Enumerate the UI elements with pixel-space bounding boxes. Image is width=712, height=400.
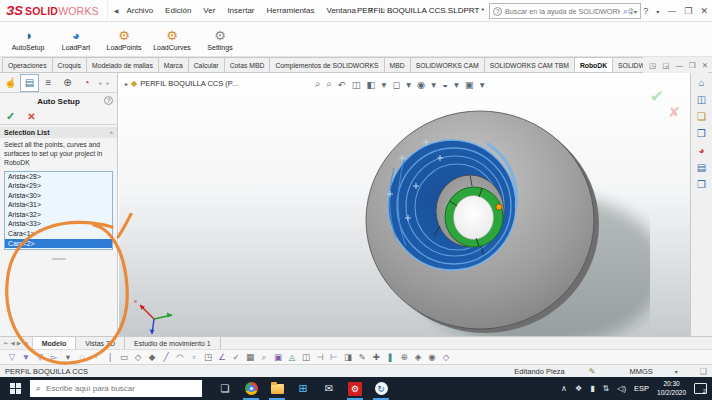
dropdown-icon[interactable]: ▾ — [382, 79, 387, 90]
cancel-button[interactable]: ✕ — [27, 111, 35, 122]
sketch-tool-icon[interactable]: ◇ — [131, 350, 145, 364]
panel-resize-handle[interactable] — [52, 258, 66, 260]
clock[interactable]: 20:30 10/2/2020 — [657, 380, 686, 397]
reference-point-marker[interactable] — [496, 204, 502, 210]
sketch-tool-icon[interactable]: ◆ — [145, 350, 159, 364]
file-explorer-icon[interactable]: ❏ — [697, 111, 706, 123]
file-explorer-button[interactable] — [264, 377, 290, 400]
dimxpert-tab-icon[interactable]: ⊕ — [58, 74, 77, 92]
view-palette-icon[interactable]: ❒ — [697, 128, 706, 140]
view-orientation-icon[interactable]: ◧ — [367, 79, 376, 90]
sketch-tool-icon[interactable]: ◈ — [411, 350, 425, 364]
display-style-icon[interactable]: ◻ — [392, 79, 400, 90]
featuremanager-tab-icon[interactable]: ☝ — [1, 74, 20, 92]
loadpart-button[interactable]: ◕ LoadPart — [52, 24, 100, 55]
sketch-tool-icon[interactable]: ◫ — [299, 350, 313, 364]
units-indicator[interactable]: MMGS — [629, 367, 652, 376]
sketch-tool-icon[interactable]: ⊣ — [313, 350, 327, 364]
tab-scroll-icon[interactable]: ⇥ — [23, 340, 28, 346]
home-icon[interactable]: ⌂ — [698, 77, 704, 89]
commandmanager-tab[interactable]: MBD — [384, 57, 411, 72]
selection-list-item[interactable]: Arista<30> — [5, 191, 112, 201]
sketch-tool-icon[interactable]: ◨ — [341, 350, 355, 364]
help-search-input[interactable] — [505, 7, 620, 16]
sketch-tool-icon[interactable]: ╱ — [159, 350, 173, 364]
custom-properties-icon[interactable]: ▤ — [697, 162, 706, 174]
split-vertical-icon[interactable]: ◲ — [662, 61, 669, 70]
sketch-tool-icon[interactable]: ✓ — [229, 350, 243, 364]
sketch-tool-icon[interactable]: ◉ — [425, 350, 439, 364]
autosetup-button[interactable]: ◑ AutoSetup — [4, 24, 52, 55]
commandmanager-tab[interactable]: RoboDK — [574, 57, 613, 72]
tab-scroll-icon[interactable]: ▶ — [17, 340, 21, 346]
scroll-right-icon[interactable]: ▸ — [104, 74, 112, 92]
dropdown-icon[interactable]: ▾ — [480, 79, 485, 90]
section-view-icon[interactable]: ◫ — [352, 79, 361, 90]
sketch-tool-icon[interactable]: ❚ — [383, 350, 397, 364]
sketch-tool-icon[interactable]: | — [103, 350, 117, 364]
settings-button[interactable]: ⚙ Settings — [196, 24, 244, 55]
part-3d-model[interactable] — [330, 98, 650, 336]
start-button[interactable] — [0, 377, 30, 400]
sketch-tool-icon[interactable]: ⊢ — [327, 350, 341, 364]
menu-item[interactable]: Ver — [197, 3, 221, 18]
selection-list-item[interactable]: Arista<33> — [5, 219, 112, 229]
commandmanager-tab[interactable]: Marca — [158, 57, 189, 72]
solidworks-button[interactable]: ⚙ — [342, 377, 368, 400]
ok-button[interactable]: ✓ — [6, 110, 15, 123]
sketch-tool-icon[interactable]: ▾ — [61, 350, 75, 364]
commandmanager-tab[interactable]: Operaciones — [2, 57, 53, 72]
sketch-tool-icon[interactable]: ◇ — [439, 350, 453, 364]
appearances-icon[interactable]: ◕ — [698, 145, 704, 157]
help-icon[interactable]: ? — [104, 96, 113, 105]
sketch-tool-icon[interactable]: ∠ — [215, 350, 229, 364]
sketch-tool-icon[interactable]: ▽ — [33, 350, 47, 364]
forum-icon[interactable]: ❐ — [697, 179, 706, 191]
battery-icon[interactable]: ▮ — [590, 384, 594, 393]
split-horizontal-icon[interactable]: ◳ — [649, 61, 656, 70]
view-settings-icon[interactable]: ▣ — [465, 79, 474, 90]
sketch-tool-icon[interactable]: ✎ — [355, 350, 369, 364]
part-center-hole[interactable] — [454, 196, 494, 240]
store-button[interactable]: ⊞ — [290, 377, 316, 400]
language-indicator[interactable]: ESP — [634, 384, 649, 393]
menu-item[interactable]: Archivo — [120, 3, 159, 18]
commandmanager-tab[interactable]: Complementos de SOLIDWORKS — [269, 57, 384, 72]
graphics-viewport[interactable]: ▸ ◆ PERFIL BOQUILLA CCS (P... ⌕⌕↶◫◧▾◻▾◉▾… — [119, 73, 690, 336]
dropbox-icon[interactable]: ❖ — [575, 384, 582, 393]
restore-button[interactable]: ❐ — [684, 6, 692, 16]
previous-view-icon[interactable]: ↶ — [338, 79, 346, 90]
restore-doc-icon[interactable]: ❐ — [689, 61, 696, 70]
tab-scroll-icon[interactable]: ⇤ — [4, 340, 9, 346]
minimize-doc-icon[interactable]: — — [675, 61, 683, 70]
loadcurves-button[interactable]: ⚙ LoadCurves — [148, 24, 196, 55]
zoom-area-icon[interactable]: ⌕ — [326, 78, 331, 90]
chrome-button[interactable] — [238, 377, 264, 400]
selection-list-item[interactable]: Arista<32> — [5, 210, 112, 220]
help-icon[interactable]: ? — [643, 6, 648, 16]
menu-collapse-icon[interactable]: ◀ — [114, 7, 119, 14]
robodk-button[interactable]: ↻ — [368, 377, 394, 400]
sketch-tool-icon[interactable]: ⌕ — [257, 350, 271, 364]
loadpoints-button[interactable]: ⚙ LoadPoints — [100, 24, 148, 55]
sketch-tool-icon[interactable]: ▫ — [187, 350, 201, 364]
hide-show-items-icon[interactable]: ◉ — [417, 79, 425, 90]
sketch-tool-icon[interactable]: ◳ — [201, 350, 215, 364]
sketch-tool-icon[interactable]: ◌ — [75, 350, 89, 364]
close-doc-icon[interactable]: ✕ — [702, 61, 708, 70]
tray-icon[interactable]: ∧ — [561, 384, 567, 393]
commandmanager-tab[interactable]: Calcular — [188, 57, 225, 72]
sketch-tool-icon[interactable]: ∙ — [89, 350, 103, 364]
login-icon[interactable]: ☺ — [626, 6, 635, 16]
network-icon[interactable]: ⇅ — [603, 384, 610, 393]
appearances-tab-icon[interactable]: ◔ — [77, 74, 96, 92]
menu-item[interactable]: Herramientas — [261, 3, 321, 18]
action-center-button[interactable]: 2 — [694, 383, 707, 394]
zoom-fit-icon[interactable]: ⌕ — [315, 78, 320, 90]
tab-scroll-icon[interactable]: ◀ — [11, 340, 15, 346]
minimize-button[interactable]: — — [667, 6, 676, 16]
selection-list-item[interactable]: Arista<31> — [5, 200, 112, 210]
selection-list-item[interactable]: Cara<1> — [5, 229, 112, 239]
collapse-icon[interactable]: ˄ — [109, 130, 113, 136]
dropdown-icon[interactable]: ▾ — [454, 79, 459, 90]
